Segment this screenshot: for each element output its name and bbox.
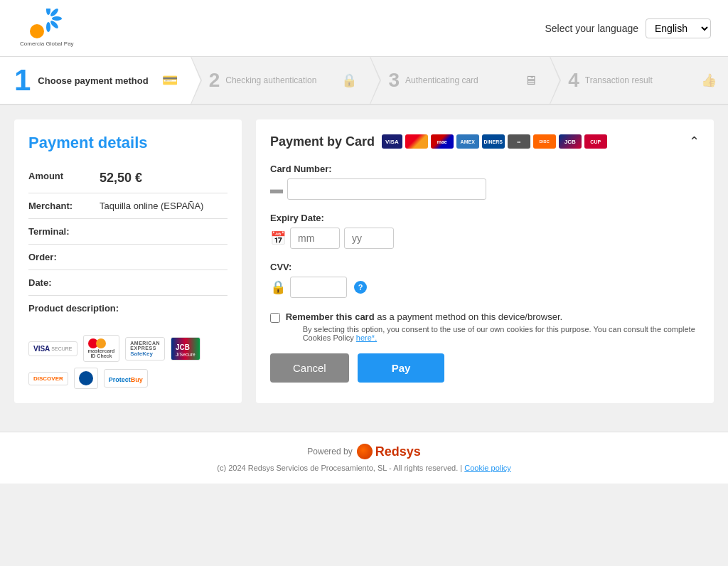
expiry-date-group: Expiry Date: 📅 [270,213,700,249]
cookie-note: By selecting this option, you consent to… [303,325,700,342]
footer: Powered by Redsys (c) 2024 Redsys Servic… [0,432,728,484]
svg-point-3 [52,16,62,21]
cvv-group: CVV: 🔒 ? [270,262,700,298]
remember-card-row: Remember this card as a payment method o… [270,311,700,342]
visa-secure-logo: VISA SECURE [28,341,77,356]
step-2-icon: 🔒 [341,73,357,88]
detail-row-order: Order: [28,245,228,270]
maestro-brand-logo: mae [431,134,454,149]
discover-brand-logo: DISC [533,134,556,149]
footer-powered-by: Powered by Redsys [11,444,717,459]
language-label: Select your language [545,23,638,34]
terminal-label: Terminal: [28,226,100,237]
step-2-label: Checking authentication [225,75,316,85]
cookie-policy-footer-link[interactable]: Cookie policy [464,464,510,472]
remember-card-checkbox[interactable] [270,312,280,324]
lock-icon: 🔒 [270,279,286,295]
mastercard-idcheck-logo: mastercardID Check [83,335,120,362]
generic-brand-logo-1: ∞ [508,134,530,149]
card-number-input[interactable] [287,178,486,200]
cvv-input-row: 🔒 ? [270,277,700,298]
detail-row-date: Date: [28,270,228,296]
svg-point-4 [49,19,59,29]
diners-logo [74,368,98,389]
footer-copyright: (c) 2024 Redsys Servicios de Procesamien… [11,464,717,472]
detail-row-merchant: Merchant: Taquilla online (ESPAÑA) [28,193,228,219]
calendar-icon: 📅 [270,230,286,246]
step-1-label: Choose payment method [38,75,148,86]
card-payment-title: Payment by Card [270,134,375,149]
detail-row-amount: Amount 52,50 € [28,164,228,193]
expiry-input-row: 📅 [270,228,700,249]
diners-brand-logo: DINERS [482,134,505,149]
discover-logo: DISCOVER [28,372,68,385]
redsys-brand-text: Redsys [375,444,421,459]
action-buttons: Cancel Pay [270,353,700,383]
step-3-icon: 🖥 [524,73,537,88]
card-icon: ▬ [270,182,283,197]
expiry-yy-input[interactable] [344,228,394,249]
step-1: 1 Choose payment method 💳 [0,57,189,104]
cvv-input[interactable] [290,277,347,298]
remember-card-text-block: Remember this card as a payment method o… [286,311,700,342]
card-payment-panel: Payment by Card VISA mae AMEX DINERS ∞ D… [256,119,714,403]
visa-brand-logo: VISA [382,134,402,149]
expiry-mm-input[interactable] [290,228,340,249]
card-number-group: Card Number: ▬ [270,164,700,200]
step-4-number: 4 [568,70,579,90]
step-4: 4 Transaction result 👍 [548,57,728,104]
redsys-logo: Redsys [357,444,421,459]
steps-bar: 1 Choose payment method 💳 2 Checking aut… [0,57,728,105]
step-3-number: 3 [388,70,400,90]
amount-value: 52,50 € [100,171,142,186]
payment-details-panel: Payment details Amount 52,50 € Merchant:… [14,119,242,403]
header: Comercia Global Payments Select your lan… [0,0,728,57]
payment-details-title: Payment details [28,134,228,152]
card-payment-header: Payment by Card VISA mae AMEX DINERS ∞ D… [270,134,700,149]
step-3-label: Authenticating card [405,75,478,85]
svg-point-2 [49,9,59,18]
step-2-number: 2 [209,70,220,90]
svg-point-1 [46,9,50,15]
amex-safekey-logo: AMERICANEXPRESS SafeKey [125,337,165,361]
svg-point-0 [30,24,44,38]
main-content: Payment details Amount 52,50 € Merchant:… [0,105,728,417]
step-1-icon: 💳 [162,73,178,88]
language-select[interactable]: English Español Français Deutsch [646,18,711,38]
cup-brand-logo: CUP [584,134,607,149]
cvv-label: CVV: [270,262,700,272]
cvv-help-icon[interactable]: ? [354,281,367,294]
merchant-value: Taquilla online (ESPAÑA) [100,201,203,211]
mc-brand-logo [405,134,428,149]
order-label: Order: [28,252,100,262]
cancel-button[interactable]: Cancel [270,353,349,383]
protectbuy-logo: ProtectBuy [104,369,148,388]
security-logos: VISA SECURE mastercardID Check AMERICANE… [28,335,228,389]
remember-card-bold: Remember this card [286,311,375,322]
step-3: 3 Authenticating card 🖥 [368,57,548,104]
amount-label: Amount [28,171,100,186]
merchant-label: Merchant: [28,201,100,211]
step-2: 2 Checking authentication 🔒 [189,57,369,104]
card-number-label: Card Number: [270,164,700,174]
product-label: Product description: [28,303,119,314]
comercia-logo: Comercia Global Payments [17,9,74,48]
pay-button[interactable]: Pay [358,353,445,383]
jcb-brand-logo: JCB [559,134,582,149]
date-label: Date: [28,277,100,288]
jcb-jsecure-logo: JCB J/Secure [171,337,200,361]
cookie-policy-link[interactable]: here*. [356,333,377,342]
redsys-circle-icon [357,444,373,459]
card-brand-logos: VISA mae AMEX DINERS ∞ DISC JCB [382,134,607,149]
language-selector-area: Select your language English Español Fra… [545,18,711,38]
collapse-button[interactable]: ⌃ [689,134,700,149]
svg-point-5 [46,22,50,32]
remember-card-text: Remember this card as a payment method o… [286,311,562,322]
expiry-date-label: Expiry Date: [270,213,700,223]
detail-row-product: Product description: [28,296,228,321]
step-4-icon: 👍 [701,73,717,88]
amex-brand-logo: AMEX [456,134,479,149]
card-number-input-row: ▬ [270,178,700,200]
detail-row-terminal: Terminal: [28,219,228,245]
step-1-number: 1 [14,65,31,95]
